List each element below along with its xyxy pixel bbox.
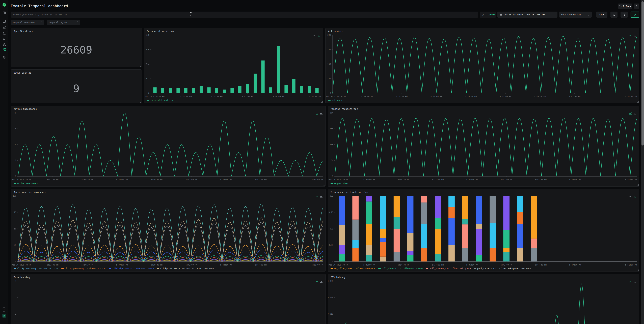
svg-text:10K: 10K xyxy=(330,143,333,146)
legend-item[interactable]: clickpipes-aws-p..-us-east-2.12c4n xyxy=(14,267,58,270)
search-input[interactable] xyxy=(11,11,478,17)
chart-legend[interactable]: successful workflows xyxy=(147,99,174,101)
sidebar-terminal-icon[interactable] xyxy=(2,37,6,41)
legend-item[interactable]: clickpipes-aws-p..outheast-2.12c4n xyxy=(62,267,106,270)
legend-item[interactable]: poll_success · c..-flow-task-queue xyxy=(474,267,518,270)
chart-type-toggle[interactable] xyxy=(316,281,323,283)
resize-handle[interactable] xyxy=(637,270,639,271)
bar-chart-toggle-icon[interactable] xyxy=(320,281,323,283)
svg-text:Dec 16 5:29:30 PM: Dec 16 5:29:30 PM xyxy=(328,179,348,181)
filter-chip-temporal-namespace[interactable]: Temporal namespace xyxy=(11,20,44,25)
resize-handle[interactable] xyxy=(321,101,323,103)
filter-chip-temporal-region[interactable]: Temporal region xyxy=(46,20,80,25)
chart-type-toggle[interactable] xyxy=(629,195,636,198)
chart-type-toggle[interactable] xyxy=(313,34,320,37)
app-logo-icon[interactable] xyxy=(2,3,6,7)
resize-handle[interactable] xyxy=(637,101,639,103)
chart-legend[interactable]: action/sec xyxy=(328,99,344,101)
tag-icon xyxy=(619,5,622,7)
sidebar-topology-icon[interactable] xyxy=(2,42,6,46)
chart-legend[interactable]: requests/sec xyxy=(330,182,349,185)
resize-handle[interactable] xyxy=(140,101,141,103)
line-chart-toggle-icon[interactable] xyxy=(316,281,318,283)
mode-lucene[interactable]: Lucene xyxy=(488,13,495,16)
legend-item[interactable]: active namespaces xyxy=(14,182,38,185)
legend-item[interactable]: poll_success_syn..-flow-task-queue xyxy=(426,267,471,270)
svg-text:5:44:30 PM: 5:44:30 PM xyxy=(534,95,546,98)
resize-handle[interactable] xyxy=(637,184,639,186)
line-chart-toggle-icon[interactable] xyxy=(316,112,318,115)
live-button[interactable]: Live xyxy=(596,11,608,17)
legend-more[interactable]: +56 more xyxy=(522,267,531,270)
sidebar-settings-gear-icon[interactable] xyxy=(2,55,6,59)
panel-title: Successful workflows xyxy=(147,30,174,32)
scrollbar-track[interactable] xyxy=(641,0,644,324)
legend-item[interactable]: no_poller_tasks ..-flow-task-queue xyxy=(330,267,375,270)
query-mode-toggle[interactable]: SQL | Lucene xyxy=(480,11,496,17)
chart-type-toggle[interactable] xyxy=(629,34,636,37)
stat-value: 26609 xyxy=(11,28,142,67)
bar-chart-toggle-icon[interactable] xyxy=(320,112,323,115)
legend-more[interactable]: +12 more xyxy=(204,267,214,270)
bar-chart-toggle-icon[interactable] xyxy=(634,195,636,198)
refresh-button[interactable] xyxy=(610,11,618,17)
play-icon xyxy=(634,13,636,16)
line-chart-toggle-icon[interactable] xyxy=(316,195,318,198)
sidebar-metrics-icon[interactable] xyxy=(2,25,6,29)
sidebar-panel-toggle-icon[interactable] xyxy=(2,11,6,15)
bar-chart-toggle-icon[interactable] xyxy=(320,195,323,198)
legend-item[interactable]: clickpipes-aws-p..outheast-2.12c4n xyxy=(157,267,202,270)
bar-chart-toggle-icon[interactable] xyxy=(634,281,636,283)
chart-legend[interactable]: active namespaces xyxy=(14,182,38,185)
successful-workflows-chart[interactable]: 0.80.60.40.20Dec 16 5:29:30 PM5:34:00 PM… xyxy=(144,28,323,103)
date-range-button[interactable]: Dec 16 17:29:30 - Dec 16 17:51:30 xyxy=(498,11,558,17)
granularity-select[interactable]: Auto Granularity xyxy=(559,11,592,17)
line-chart-toggle-icon[interactable] xyxy=(629,112,632,115)
svg-text:5:34:30 PM: 5:34:30 PM xyxy=(396,95,408,98)
bar-chart-toggle-icon[interactable] xyxy=(634,34,636,37)
svg-text:5:42:00 PM: 5:42:00 PM xyxy=(500,179,512,181)
legend-item[interactable]: requests/sec xyxy=(330,182,349,185)
svg-text:5:51:00 PM: 5:51:00 PM xyxy=(312,264,323,266)
svg-text:3: 3 xyxy=(15,296,16,299)
actions-per-sec-chart[interactable]: 200150100500Dec 16 5:29:30 PM5:32:00 PM5… xyxy=(326,28,639,103)
operations-per-namespace-chart[interactable]: 1007550250Dec 16 5:29:30 PM5:32:00 PM5:3… xyxy=(11,189,325,271)
resize-handle[interactable] xyxy=(324,184,325,186)
legend-item[interactable]: clickpipes-aws-p..-us-east-1.12c4n xyxy=(109,267,154,270)
task-backlog-chart[interactable]: 43210Dec 16 5:29:30 PM5:32:00 PM5:34:30 … xyxy=(11,274,325,324)
chart-type-toggle[interactable] xyxy=(316,195,323,198)
line-chart-toggle-icon[interactable] xyxy=(629,34,632,37)
svg-text:150: 150 xyxy=(327,48,331,51)
task-queue-poll-outcomes-chart[interactable]: 0.20.150.10.050Dec 16 5:29:30 PM5:32:00 … xyxy=(328,189,639,271)
sidebar-alerts-bell-icon[interactable] xyxy=(2,31,6,35)
chart-type-toggle[interactable] xyxy=(629,112,636,115)
chart-legend[interactable]: clickpipes-aws-p..-us-east-2.12c4nclickp… xyxy=(14,267,214,270)
pending-requests-chart[interactable]: 20K15K10K5K0Dec 16 5:29:30 PM5:32:00 PM5… xyxy=(328,106,639,186)
chart-type-toggle[interactable] xyxy=(629,281,636,283)
chart-legend[interactable]: no_poller_tasks ..-flow-task-queuepoll_t… xyxy=(330,267,531,270)
scrollbar-thumb[interactable] xyxy=(642,1,644,145)
chart-type-toggle[interactable] xyxy=(316,112,323,115)
bar-chart-toggle-icon[interactable] xyxy=(634,112,636,115)
legend-item[interactable]: action/sec xyxy=(328,99,344,101)
bar-chart-toggle-icon[interactable] xyxy=(318,34,320,37)
active-namespaces-chart[interactable]: 86420Dec 16 5:29:30 PM5:32:00 PM5:34:30 … xyxy=(11,106,325,186)
chevron-up-down-icon xyxy=(40,21,42,24)
user-avatar[interactable]: D xyxy=(2,314,6,318)
resize-handle[interactable] xyxy=(140,65,141,67)
tags-button[interactable]: 0 Tags xyxy=(618,3,632,9)
sidebar-table-icon[interactable] xyxy=(2,19,6,23)
mode-sql[interactable]: SQL xyxy=(480,13,484,16)
line-chart-toggle-icon[interactable] xyxy=(629,281,632,283)
legend-item[interactable]: successful workflows xyxy=(147,99,174,101)
sidebar-dashboards-icon[interactable] xyxy=(2,48,6,51)
help-button[interactable]: ? xyxy=(2,308,6,312)
legend-item[interactable]: poll_timeout · c..-flow-task-queue xyxy=(378,267,423,270)
line-chart-toggle-icon[interactable] xyxy=(313,34,316,37)
resize-handle[interactable] xyxy=(324,270,325,271)
line-chart-toggle-icon[interactable] xyxy=(629,195,632,198)
more-options-button[interactable] xyxy=(634,3,639,9)
p95-latency-chart[interactable]: 0.0380.0290.0190.0100Dec 16 5:29:30 PM5:… xyxy=(328,274,639,324)
filter-button[interactable] xyxy=(620,11,628,17)
run-query-button[interactable] xyxy=(630,11,639,17)
